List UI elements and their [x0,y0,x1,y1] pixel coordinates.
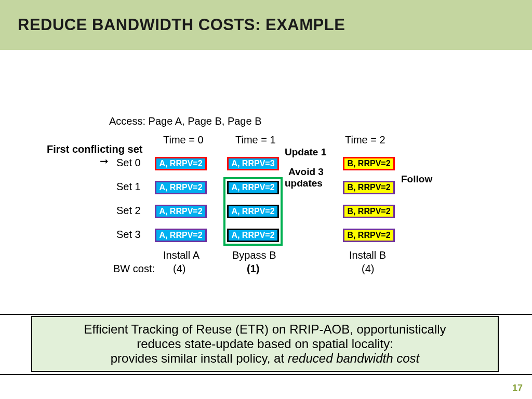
page-number: 17 [512,383,523,394]
cell-t0-s0: A, RRPV=2 [155,157,207,170]
cell-t0-s1: A, RRPV=2 [155,181,207,194]
cell-t1-s0: A, RRPV=3 [227,157,279,170]
green-highlight-box [223,177,283,246]
cell-t2-s2: B, RRPV=2 [343,205,395,218]
footer-line-2a: provides similar install policy, at [111,351,288,365]
time-1-label: Time = 1 [235,134,276,146]
avoid-3-note-b: updates [285,178,323,189]
avoid-3-note-a: Avoid 3 [288,166,324,178]
cell-t2-s1: B, RRPV=2 [343,181,395,194]
action-install-a: Install A [163,249,200,261]
cell-t2-s0: B, RRPV=2 [343,157,395,170]
divider-top [0,314,532,315]
follow-note: Follow [401,174,432,185]
cell-t0-s3: A, RRPV=2 [155,229,207,242]
slide-body: Access: Page A, Page B, Page B First con… [0,0,532,399]
footer-line-1b: reduces state-update based on spatial lo… [137,337,393,351]
arrow-icon: ➞ [100,156,109,166]
footer-summary: Efficient Tracking of Reuse (ETR) on RRI… [31,316,499,372]
bw-cost-1: (1) [247,263,259,275]
action-install-b: Install B [349,249,386,261]
bw-cost-2: (4) [362,263,374,275]
set-3-label: Set 3 [116,229,141,241]
time-0-label: Time = 0 [163,134,204,146]
cell-t2-s3: B, RRPV=2 [343,229,395,242]
set-2-label: Set 2 [116,205,141,217]
action-bypass-b: Bypass B [232,249,276,261]
cell-t0-s2: A, RRPV=2 [155,205,207,218]
set-1-label: Set 1 [116,181,141,193]
update-1-note: Update 1 [285,147,326,158]
footer-line-1a: Efficient Tracking of Reuse (ETR) on RRI… [84,322,446,336]
bw-cost-label: BW cost: [113,263,155,275]
set-0-label: Set 0 [116,157,141,169]
first-conflicting-set-label: First conflicting set [47,143,142,155]
footer-line-2b: reduced bandwidth cost [288,351,420,365]
divider-bottom [0,374,532,375]
bw-cost-0: (4) [173,263,185,275]
time-2-label: Time = 2 [345,134,385,146]
access-line: Access: Page A, Page B, Page B [109,115,262,127]
